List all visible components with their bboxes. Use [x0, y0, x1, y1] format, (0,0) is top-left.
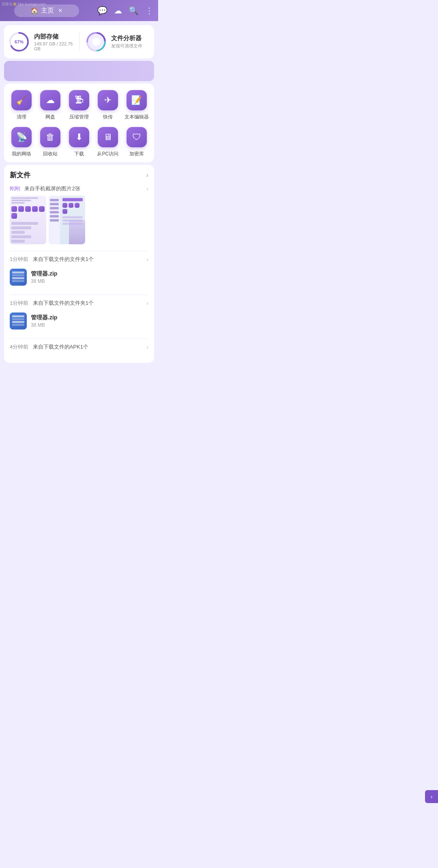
thumb-dot	[62, 209, 67, 214]
thumb-dot	[25, 206, 31, 212]
action-text-editor[interactable]: 📝 文本编辑器	[124, 90, 150, 121]
action-transfer[interactable]: ✈ 快传	[95, 90, 121, 121]
section-title: 新文件	[10, 170, 30, 180]
search-icon[interactable]: 🔍	[129, 6, 139, 15]
zip2-time: 1分钟前	[10, 300, 28, 306]
banner-ad[interactable]	[4, 61, 154, 81]
home-icon: 🏠	[30, 7, 39, 15]
message-icon[interactable]: 💬	[97, 6, 107, 15]
sidebar-item	[50, 219, 59, 222]
storage-title: 内部存储	[34, 33, 73, 41]
action-clean[interactable]: 🧹 清理	[9, 90, 34, 121]
zip2-arrow: ›	[146, 300, 148, 306]
action-trash[interactable]: 🗑 回收站	[37, 127, 63, 157]
cloud-icon[interactable]: ☁	[114, 6, 122, 15]
file-info-zip2: 管理器.zip 38 MB	[31, 314, 57, 328]
zip1-meta: 1分钟前 来自下载文件的文件夹1个	[10, 255, 94, 263]
close-tab-icon[interactable]: ×	[58, 6, 62, 15]
zip-stripe	[12, 315, 24, 317]
zip-stripe	[12, 277, 24, 279]
zip-stripe	[12, 321, 24, 323]
thumb-dot	[39, 206, 45, 212]
internal-storage-card[interactable]: 67% 内部存储 149.97 GB / 222.75 GB	[8, 31, 73, 53]
file-group-screenshots: 刚刚 来自手机截屏的图片2张 ›	[10, 185, 148, 244]
text-editor-label: 文本编辑器	[125, 114, 149, 121]
thumb-dot	[62, 203, 67, 208]
analyzer-title: 文件分析器	[111, 34, 142, 42]
quick-actions-grid: 🧹 清理 ☁ 网盘 🗜 压缩管理 ✈ 快传 📝 文本编辑器 📡	[4, 84, 154, 162]
zip2-meta: 1分钟前 来自下载文件的文件夹1个	[10, 299, 94, 307]
action-download[interactable]: ⬇ 下载	[66, 127, 92, 157]
trash-label: 回收站	[43, 151, 58, 157]
more-icon[interactable]: ⋮	[145, 6, 153, 15]
divider-3	[10, 338, 148, 339]
anime-figure	[69, 220, 85, 244]
storage-section: 67% 内部存储 149.97 GB / 222.75 GB 文件分析	[4, 25, 154, 58]
transfer-icon: ✈	[98, 90, 118, 110]
zip2-header[interactable]: 1分钟前 来自下载文件的文件夹1个 ›	[10, 299, 148, 307]
actions-row-2: 📡 我的网络 🗑 回收站 ⬇ 下载 🖥 从PC访问 🛡 加密库	[7, 127, 151, 157]
thumb-dot	[75, 203, 79, 208]
divider-2	[10, 295, 148, 295]
thumb-dot	[11, 213, 17, 219]
zip1-time: 1分钟前	[10, 256, 28, 262]
section-header: 新文件 ›	[10, 170, 148, 180]
zip-icon-inner-2	[10, 312, 27, 330]
sidebar-item	[50, 199, 59, 201]
screenshots-arrow: ›	[146, 185, 148, 192]
thumb-sidebar	[49, 196, 60, 244]
screenshots-desc: 来自手机截屏的图片2张	[24, 185, 80, 192]
pc-access-icon: 🖥	[98, 127, 118, 147]
text-editor-icon: 📝	[127, 90, 147, 110]
zip-stripe	[12, 271, 24, 274]
apk-arrow: ›	[146, 344, 148, 350]
thumb-dot	[18, 206, 24, 212]
storage-percent: 67%	[15, 39, 24, 44]
clean-label: 清理	[17, 114, 26, 121]
zip-icon-inner	[10, 269, 27, 286]
apk-header[interactable]: 4分钟前 来自下载文件的APK1个 ›	[10, 343, 148, 351]
zip-stripe	[12, 318, 24, 320]
thumb-dot	[32, 206, 38, 212]
file-item-zip2[interactable]: 管理器.zip 38 MB	[10, 310, 148, 332]
zip1-filename: 管理器.zip	[31, 270, 57, 278]
nav-right-icons: 💬 ☁ 🔍 ⋮	[97, 6, 153, 15]
navigation-bar: 流星社🌟 bbs.liuxingw.com 🏠 主页 × 💬 ☁ 🔍 ⋮	[0, 0, 158, 21]
apk-time: 4分钟前	[10, 344, 28, 350]
screenshots-header[interactable]: 刚刚 来自手机截屏的图片2张 ›	[10, 185, 148, 192]
screenshots-meta: 刚刚 来自手机截屏的图片2张	[10, 185, 80, 192]
thumb-row	[11, 202, 25, 204]
section-more-arrow[interactable]: ›	[146, 172, 148, 179]
action-cloud[interactable]: ☁ 网盘	[37, 90, 63, 121]
thumb-dot	[11, 206, 17, 212]
zip-label: 压缩管理	[69, 114, 89, 121]
file-group-zip-2: 1分钟前 来自下载文件的文件夹1个 › 管理器.zip 38 MB	[10, 299, 148, 332]
action-vault[interactable]: 🛡 加密库	[124, 127, 150, 157]
thumb-mock-2	[49, 196, 85, 244]
zip1-header[interactable]: 1分钟前 来自下载文件的文件夹1个 ›	[10, 255, 148, 263]
content-row	[62, 216, 83, 218]
screenshot-thumb-2[interactable]	[49, 196, 85, 244]
thumb-mock-1	[10, 196, 46, 244]
trash-icon: 🗑	[40, 127, 60, 147]
sidebar-item	[50, 203, 59, 205]
home-tab-label: 主页	[41, 6, 54, 15]
storage-usage: 149.97 GB / 222.75 GB	[34, 41, 73, 51]
download-label: 下载	[74, 151, 84, 157]
sidebar-item	[50, 215, 59, 218]
thumb-dot	[69, 203, 73, 208]
screenshots-time: 刚刚	[10, 185, 20, 192]
screenshot-thumb-1[interactable]	[10, 196, 46, 244]
zip1-arrow: ›	[146, 256, 148, 263]
file-info-zip1: 管理器.zip 38 MB	[31, 270, 57, 284]
analyzer-card[interactable]: 文件分析器 发现可清理文件	[85, 31, 150, 53]
action-zip[interactable]: 🗜 压缩管理	[66, 90, 92, 121]
zip2-filename: 管理器.zip	[31, 314, 57, 321]
apk-desc: 来自下载文件的APK1个	[33, 344, 88, 350]
cloud-drive-icon: ☁	[40, 90, 60, 110]
action-network[interactable]: 📡 我的网络	[9, 127, 34, 157]
network-label: 我的网络	[12, 151, 31, 157]
file-item-zip1[interactable]: 管理器.zip 38 MB	[10, 266, 148, 288]
action-pc-access[interactable]: 🖥 从PC访问	[95, 127, 121, 157]
thumb-row	[11, 226, 31, 229]
